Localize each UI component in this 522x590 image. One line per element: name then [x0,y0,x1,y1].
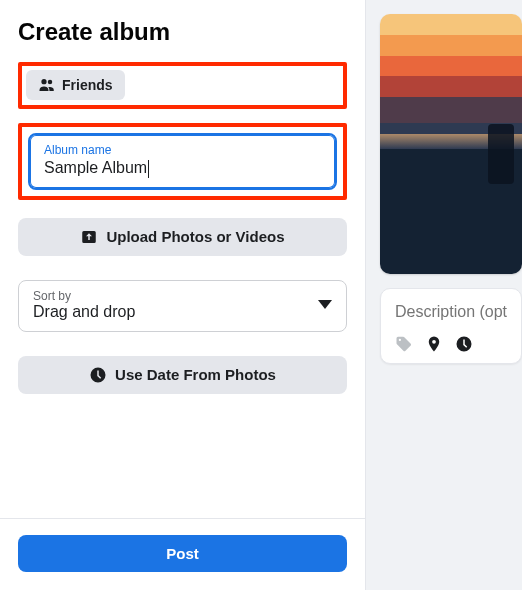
use-date-button-label: Use Date From Photos [115,366,276,383]
post-button[interactable]: Post [18,535,347,572]
location-pin-icon[interactable] [425,335,443,353]
clock-icon[interactable] [455,335,473,353]
upload-button-label: Upload Photos or Videos [106,228,284,245]
clock-icon [89,366,107,384]
spacer [18,256,347,280]
highlight-privacy: Friends [18,62,347,109]
upload-button[interactable]: Upload Photos or Videos [18,218,347,256]
album-name-field[interactable]: Album name Sample Album [28,133,337,190]
highlight-album-name: Album name Sample Album [18,123,347,200]
sort-dropdown[interactable]: Sort by Drag and drop [18,280,347,332]
left-pane: Create album Friends Album name Sample A… [0,0,365,590]
sort-label: Sort by [33,289,135,303]
description-icon-row [395,335,507,353]
sort-value: Drag and drop [33,303,135,321]
upload-icon [80,228,98,246]
thumbnail-image [380,14,522,274]
text-caret [148,160,149,178]
description-input[interactable] [395,303,507,321]
privacy-selector[interactable]: Friends [26,70,125,100]
privacy-label: Friends [62,77,113,93]
friends-icon [38,76,56,94]
album-name-value-wrap: Sample Album [44,159,321,178]
create-album-root: Create album Friends Album name Sample A… [0,0,522,590]
right-pane [365,0,522,590]
sort-texts: Sort by Drag and drop [33,289,135,321]
chevron-down-icon [318,300,332,309]
tag-icon[interactable] [395,335,413,353]
album-name-input[interactable]: Sample Album [44,159,147,176]
thumbnail-silhouette [488,124,514,184]
page-title: Create album [18,18,347,46]
photo-thumbnail[interactable] [380,14,522,274]
album-name-label: Album name [44,143,321,157]
footer: Post [0,518,365,590]
spacer [18,332,347,356]
description-card [380,288,522,364]
use-date-button[interactable]: Use Date From Photos [18,356,347,394]
